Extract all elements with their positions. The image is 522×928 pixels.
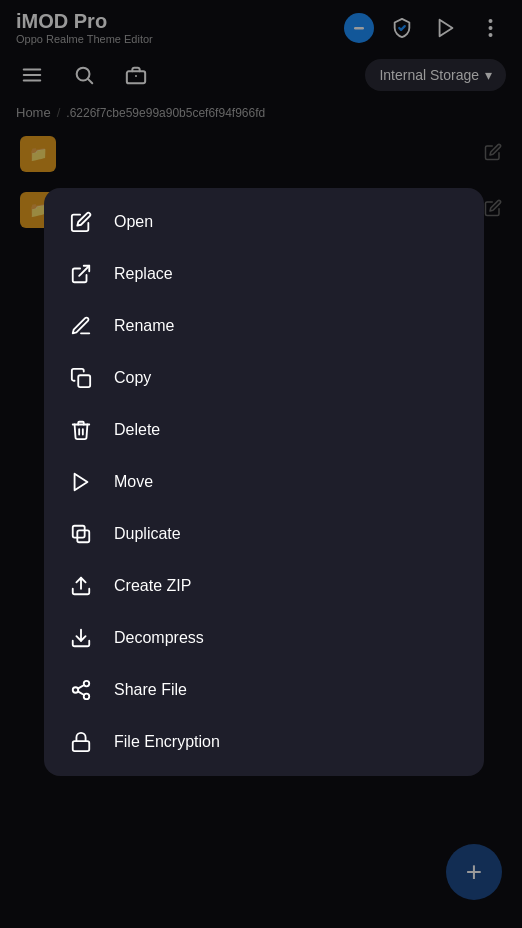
menu-label-copy: Copy (114, 369, 151, 387)
menu-item-duplicate[interactable]: Duplicate (44, 508, 484, 560)
encryption-icon (68, 729, 94, 755)
menu-label-decompress: Decompress (114, 629, 204, 647)
menu-item-open[interactable]: Open (44, 196, 484, 248)
menu-label-duplicate: Duplicate (114, 525, 181, 543)
menu-item-decompress[interactable]: Decompress (44, 612, 484, 664)
menu-item-create-zip[interactable]: Create ZIP (44, 560, 484, 612)
menu-item-delete[interactable]: Delete (44, 404, 484, 456)
svg-line-21 (78, 691, 84, 695)
share-icon (68, 677, 94, 703)
duplicate-icon (68, 521, 94, 547)
menu-label-share-file: Share File (114, 681, 187, 699)
move-icon (68, 469, 94, 495)
menu-item-share-file[interactable]: Share File (44, 664, 484, 716)
svg-rect-15 (73, 526, 85, 538)
open-icon (68, 209, 94, 235)
menu-item-move[interactable]: Move (44, 456, 484, 508)
context-menu: Open Replace Rename Cop (44, 188, 484, 776)
svg-rect-14 (77, 530, 89, 542)
svg-line-22 (78, 685, 84, 689)
createzip-icon (68, 573, 94, 599)
menu-label-rename: Rename (114, 317, 174, 335)
menu-label-delete: Delete (114, 421, 160, 439)
menu-label-open: Open (114, 213, 153, 231)
replace-icon (68, 261, 94, 287)
delete-icon (68, 417, 94, 443)
copy-icon (68, 365, 94, 391)
menu-item-rename[interactable]: Rename (44, 300, 484, 352)
menu-item-copy[interactable]: Copy (44, 352, 484, 404)
rename-icon (68, 313, 94, 339)
svg-rect-12 (78, 375, 90, 387)
menu-label-move: Move (114, 473, 153, 491)
decompress-icon (68, 625, 94, 651)
menu-label-replace: Replace (114, 265, 173, 283)
svg-rect-23 (73, 741, 90, 751)
menu-label-file-encryption: File Encryption (114, 733, 220, 751)
svg-marker-13 (75, 474, 88, 491)
menu-item-file-encryption[interactable]: File Encryption (44, 716, 484, 768)
menu-item-replace[interactable]: Replace (44, 248, 484, 300)
menu-label-create-zip: Create ZIP (114, 577, 191, 595)
